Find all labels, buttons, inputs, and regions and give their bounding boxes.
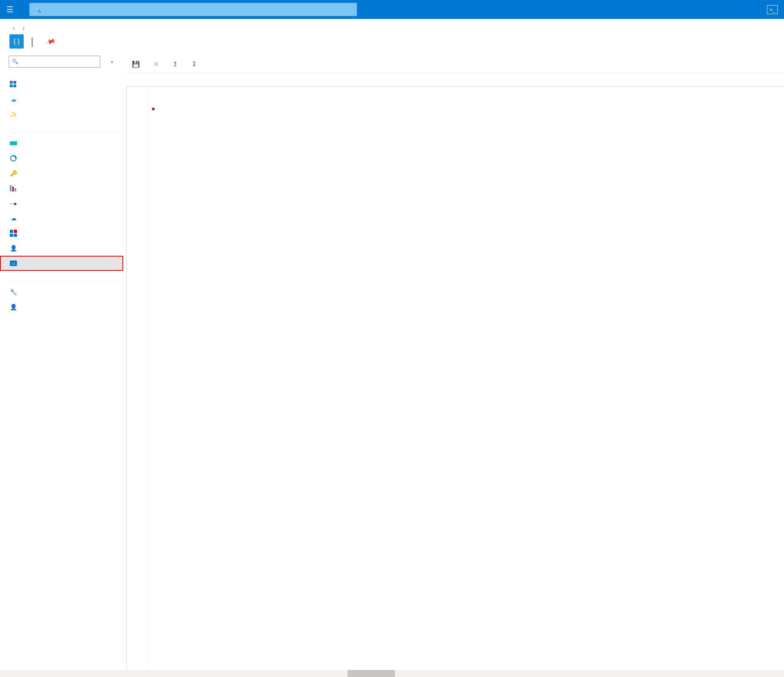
sidebar-item-token[interactable] (9, 181, 123, 196)
global-search[interactable]: 🔍 (29, 3, 357, 16)
sidebar-item-certs[interactable]: 🔑 (9, 166, 123, 181)
svg-rect-1 (13, 81, 16, 84)
svg-rect-8 (15, 188, 16, 191)
svg-text:{}: {} (12, 262, 15, 266)
bars-icon (9, 184, 17, 192)
svg-rect-0 (10, 81, 13, 84)
download-icon: ↧ (192, 60, 197, 68)
support-icon: 👤 (9, 303, 17, 311)
top-bar: ☰ 🔍 >_ (0, 0, 784, 19)
manifest-icon: {} (9, 259, 17, 267)
sidebar-item-roles[interactable]: 👤 (9, 241, 123, 256)
svg-rect-2 (10, 84, 13, 87)
sidebar: 🔍 « ☁ ✨ 🔑 −● ☁ 👤 {} 🔧 👤 (0, 56, 122, 677)
tag-icon (9, 139, 17, 147)
grid-icon (9, 81, 17, 88)
auth-icon (9, 154, 17, 162)
discard-button[interactable]: ✕ (149, 56, 166, 73)
svg-rect-6 (10, 185, 11, 191)
upload-button[interactable]: ↥ (168, 56, 185, 73)
cloud-icon: ☁ (9, 214, 17, 222)
toolbar: 💾 ✕ ↥ ↧ (125, 56, 784, 73)
svg-rect-12 (14, 234, 17, 237)
sidebar-item-manifest[interactable]: {} (0, 256, 123, 271)
sidebar-item-expose[interactable]: ☁ (9, 211, 123, 226)
upload-icon: ↥ (173, 60, 178, 68)
sidebar-search-input[interactable] (9, 56, 100, 68)
hamburger-icon[interactable]: ☰ (6, 5, 13, 14)
sidebar-item-owners[interactable] (9, 226, 123, 241)
app-type-icon: { } (9, 34, 24, 49)
owners-icon (9, 229, 17, 237)
svg-rect-9 (10, 230, 13, 233)
sidebar-item-overview[interactable] (9, 77, 123, 92)
close-icon: ✕ (154, 60, 159, 68)
svg-rect-11 (10, 234, 13, 237)
sidebar-item-auth[interactable] (9, 151, 123, 166)
sidebar-item-troubleshoot[interactable]: 🔧 (9, 285, 123, 300)
collapse-sidebar-icon[interactable]: « (111, 59, 113, 65)
search-icon: 🔍 (12, 58, 18, 64)
sidebar-group-manage (9, 130, 119, 133)
download-button[interactable]: ↧ (187, 56, 204, 73)
main-content: 💾 ✕ ↥ ↧ (122, 56, 784, 677)
sidebar-item-quickstart[interactable]: ☁ (9, 92, 123, 107)
sidebar-item-newreq[interactable]: 👤 (9, 300, 123, 315)
chevron-right-icon: › (13, 24, 15, 31)
sidebar-item-api-perm[interactable]: −● (9, 196, 123, 211)
scrollbar-thumb[interactable] (348, 670, 395, 677)
editor-gutter (127, 87, 148, 677)
svg-rect-10 (14, 230, 17, 233)
global-search-input[interactable] (44, 6, 352, 13)
breadcrumb: › › (0, 19, 784, 31)
search-icon: 🔍 (34, 6, 41, 13)
sidebar-item-branding[interactable] (9, 136, 123, 151)
wand-icon: ✨ (9, 111, 17, 118)
cloud-shell-icon[interactable]: >_ (767, 5, 778, 14)
sidebar-search[interactable]: 🔍 « (9, 56, 122, 68)
save-icon: 💾 (132, 60, 140, 68)
chevron-right-icon: › (23, 24, 24, 31)
save-button[interactable]: 💾 (127, 56, 147, 73)
json-editor[interactable] (126, 86, 784, 677)
roles-icon: 👤 (9, 244, 17, 252)
svg-rect-3 (13, 84, 16, 87)
rocket-icon: ☁ (9, 96, 17, 103)
sidebar-group-support (9, 279, 119, 281)
svg-rect-4 (10, 141, 17, 145)
wrench-icon: 🔧 (9, 288, 17, 296)
horizontal-scrollbar[interactable] (0, 670, 784, 677)
svg-rect-7 (12, 187, 14, 191)
intro-text (122, 73, 784, 86)
sidebar-item-integration[interactable]: ✨ (9, 107, 123, 122)
editor-code[interactable] (148, 87, 180, 677)
page-title: | (29, 35, 36, 48)
key-icon: 🔑 (9, 169, 17, 177)
highlight-box (152, 108, 154, 110)
api-icon: −● (9, 199, 17, 207)
page-title-row: { } | 📌 (0, 31, 784, 56)
pin-icon[interactable]: 📌 (45, 36, 56, 47)
